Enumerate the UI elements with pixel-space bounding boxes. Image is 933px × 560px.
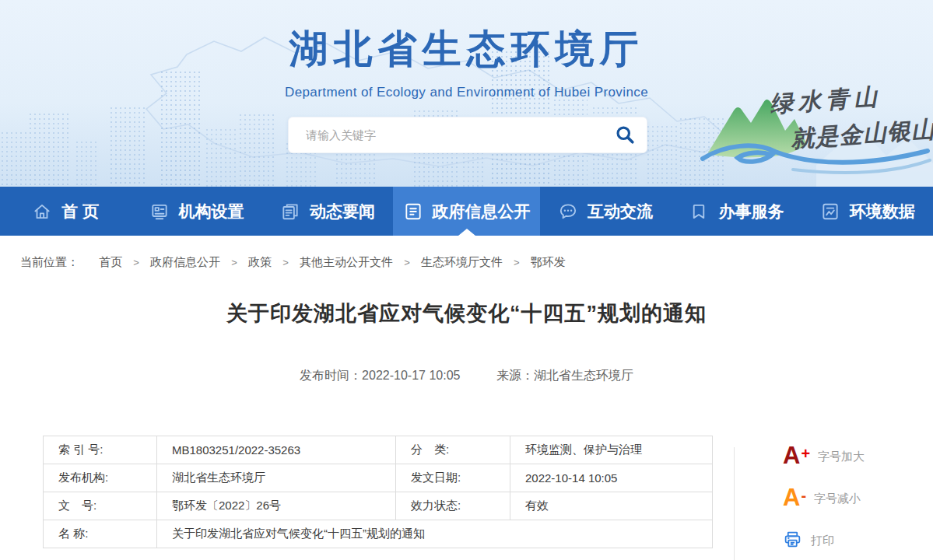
breadcrumb-item-gov-info[interactable]: 政府信息公开	[150, 255, 220, 268]
publish-info: 发布时间：2022-10-17 10:05 来源：湖北省生态环境厅	[0, 368, 933, 384]
site-header: 湖北省生态环境厅 Department of Ecology and Envir…	[0, 0, 933, 187]
font-decrease-icon: A-	[783, 485, 805, 509]
agency-label: 发布机构:	[44, 464, 157, 492]
bookmark-icon	[689, 201, 709, 222]
table-row: 发布机构: 湖北省生态环境厅 发文日期: 2022-10-14 10:05	[44, 464, 713, 492]
table-row: 文 号: 鄂环发〔2022〕26号 效力状态: 有效	[44, 492, 713, 520]
publish-time: 2022-10-17 10:05	[362, 369, 460, 382]
status-value: 有效	[510, 492, 713, 520]
source-value: 湖北省生态环境厅	[534, 369, 633, 382]
breadcrumb-item-dept-docs[interactable]: 生态环境厅文件	[421, 255, 503, 268]
publish-time-label: 发布时间：	[300, 369, 362, 382]
font-increase-label: 字号加大	[818, 450, 865, 464]
site-title: 湖北省生态环境厅	[0, 23, 933, 75]
nav-item-organization[interactable]: 机构设置	[131, 187, 261, 236]
font-increase-icon: A+	[783, 443, 809, 467]
print-button[interactable]: 打印	[783, 527, 834, 549]
breadcrumb-item-home[interactable]: 首页	[99, 255, 122, 268]
table-row: 索 引 号: MB1803251/2022-35263 分 类: 环境监测、保护…	[44, 436, 713, 464]
wave-swirl	[703, 145, 928, 162]
search-button[interactable]	[615, 124, 636, 145]
tools-divider	[734, 447, 735, 560]
breadcrumb-item-other-docs[interactable]: 其他主动公开文件	[300, 255, 393, 268]
org-icon	[149, 201, 170, 222]
search-input[interactable]	[306, 128, 615, 142]
nav-item-env-data[interactable]: 环境数据	[802, 187, 933, 236]
index-label: 索 引 号:	[44, 436, 157, 464]
status-label: 效力状态:	[396, 492, 510, 520]
search-box	[288, 117, 647, 153]
font-decrease-button[interactable]: A- 字号减小	[783, 485, 861, 509]
nav-item-news[interactable]: 动态要闻	[262, 187, 393, 236]
faint-mountains	[816, 128, 933, 187]
document-meta-table: 索 引 号: MB1803251/2022-35263 分 类: 环境监测、保护…	[43, 436, 713, 548]
agency-value: 湖北省生态环境厅	[157, 464, 396, 492]
wave-echo	[793, 160, 930, 173]
article-title: 关于印发湖北省应对气候变化“十四五”规划的通知	[0, 298, 933, 329]
home-icon	[32, 201, 52, 222]
category-label: 分 类:	[396, 436, 510, 464]
font-increase-button[interactable]: A+ 字号加大	[783, 443, 865, 467]
category-value: 环境监测、保护与治理	[510, 436, 713, 464]
slogan-line2: 就是金山银山	[789, 116, 933, 152]
site-subtitle: Department of Ecology and Environment of…	[0, 85, 933, 100]
table-row: 名 称: 关于印发湖北省应对气候变化“十四五”规划的通知	[44, 520, 713, 548]
main-nav: 首 页 机构设置 动态要闻 政府信息公开 互动交流 办事服务 环境数据	[0, 187, 933, 236]
search-icon	[615, 124, 636, 145]
docnum-label: 文 号:	[44, 492, 157, 520]
docnum-value: 鄂环发〔2022〕26号	[157, 492, 396, 520]
nav-item-interaction[interactable]: 互动交流	[540, 187, 671, 236]
date-label: 发文日期:	[396, 464, 510, 492]
breadcrumb: 当前位置： 首页 > 政府信息公开 > 政策 > 其他主动公开文件 > 生态环境…	[0, 236, 933, 270]
news-icon	[280, 201, 300, 222]
breadcrumb-item-ehuanfa[interactable]: 鄂环发	[531, 255, 566, 268]
nav-item-home[interactable]: 首 页	[0, 187, 131, 236]
name-label: 名 称:	[44, 520, 157, 548]
doc-list-icon	[403, 201, 423, 222]
index-value: MB1803251/2022-35263	[157, 436, 396, 464]
date-value: 2022-10-14 10:05	[510, 464, 713, 492]
nav-item-gov-info[interactable]: 政府信息公开	[393, 187, 540, 236]
print-label: 打印	[811, 534, 834, 548]
green-mountain	[707, 100, 807, 158]
brand-block: 湖北省生态环境厅 Department of Ecology and Envir…	[0, 0, 933, 100]
printer-icon	[783, 530, 802, 549]
source-label: 来源：	[496, 369, 534, 382]
name-value: 关于印发湖北省应对气候变化“十四五”规划的通知	[157, 520, 713, 548]
data-chart-icon	[820, 201, 840, 222]
chat-icon	[558, 201, 578, 222]
main-content: 当前位置： 首页 > 政府信息公开 > 政策 > 其他主动公开文件 > 生态环境…	[0, 236, 933, 560]
nav-item-services[interactable]: 办事服务	[671, 187, 801, 236]
font-decrease-label: 字号减小	[814, 492, 861, 506]
breadcrumb-label: 当前位置：	[20, 255, 79, 268]
breadcrumb-item-policy[interactable]: 政策	[248, 255, 272, 268]
